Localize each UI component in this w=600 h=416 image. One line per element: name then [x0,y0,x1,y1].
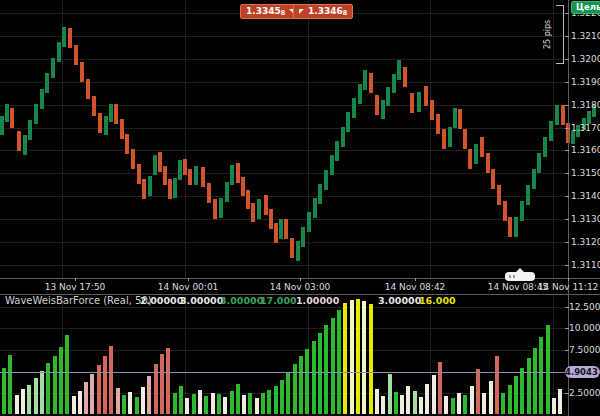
price-axis-label: 1.31203 [571,238,600,249]
histogram-bar [444,396,448,414]
pips-measure-bracket [556,5,564,64]
histogram-bar [280,380,284,414]
renko-brick-down [142,179,146,199]
histogram-bar [261,393,265,414]
renko-brick-up [194,166,198,186]
indicator-axis-label: 2.50000 [569,389,600,398]
renko-brick-down [241,177,245,196]
indicator-axis-label: 12.50000 [569,303,600,312]
sell-price-tag[interactable]: 1.33458 [240,4,300,19]
renko-brick-down [251,203,255,222]
renko-brick-up [40,89,44,109]
histogram-bar [223,397,227,414]
histogram-bar [501,393,505,415]
price-axis-label: 1.31903 [571,78,600,89]
histogram-bar [122,395,126,414]
price-axis-tick [565,128,569,129]
renko-brick-down [442,129,446,149]
indicator-pane[interactable] [0,294,600,416]
renko-brick-up [307,212,311,232]
histogram-bar [135,397,139,414]
renko-brick-down [188,169,192,185]
renko-brick-down [98,113,102,133]
renko-brick-up [178,160,182,180]
price-axis-label: 1.31403 [571,192,600,203]
indicator-status-value: 2.00000 [140,295,183,306]
renko-brick-up [417,92,421,112]
histogram-bar [236,384,240,414]
scrollbar-thumb[interactable] [505,272,535,281]
renko-brick-down [114,104,118,124]
histogram-bar [419,397,423,414]
price-axis-label: 1.31303 [571,215,600,226]
renko-brick-down [92,96,96,116]
renko-brick-up [335,141,339,161]
histogram-bar [343,303,347,414]
histogram-bar [514,376,518,414]
renko-brick-down [561,105,565,125]
histogram-bar [128,392,132,414]
renko-brick-down [201,167,205,187]
histogram-bar [318,333,322,414]
renko-brick-up [62,27,66,47]
histogram-bar [116,388,120,414]
histogram-bar [173,393,177,414]
histogram-bar [552,398,556,414]
histogram-bar [166,348,170,414]
histogram-bar [141,387,145,414]
renko-brick-down [264,195,268,215]
histogram-bar [375,389,379,414]
vertical-gridline [185,0,186,278]
renko-brick-up [537,153,541,173]
histogram-bar [40,371,44,414]
price-axis-tick [565,13,569,14]
histogram-bar [350,300,354,414]
buy-price-tag[interactable]: 1.33468 [293,4,353,19]
histogram-bar [248,393,252,415]
renko-brick-up [514,217,518,237]
histogram-bar [527,358,531,414]
time-axis-label: 14 Nov 08:42 [380,282,450,292]
renko-brick-up [555,105,559,125]
renko-brick-down [236,163,240,182]
horizontal-gridline [0,328,568,329]
target-tag[interactable]: Цель [571,1,600,14]
renko-brick-up [257,199,261,219]
renko-brick-down [207,183,211,203]
renko-brick-down [269,209,273,229]
renko-brick-down [183,159,187,175]
current-value-line [0,372,568,373]
renko-brick-up [225,182,229,202]
histogram-bar [362,301,366,414]
histogram-bar [59,347,63,414]
current-value-tag: 4.90431 [565,366,600,378]
renko-brick-down [508,217,512,237]
price-axis-tick [565,59,569,60]
price-axis-label: 1.32103 [571,32,600,43]
scrollbar-grip-dot [509,275,511,278]
renko-brick-up [301,227,305,247]
renko-brick-down [86,79,90,99]
renko-brick-up [324,170,328,190]
histogram-bar [533,348,537,414]
renko-brick-up [318,184,322,204]
price-chart-pane[interactable] [0,0,600,278]
pips-measure-label: 25 pips [543,11,553,57]
histogram-bar [432,375,436,414]
price-axis-label: 1.31803 [571,101,600,112]
horizontal-gridline [0,196,568,197]
renko-brick-down [375,95,379,115]
renko-brick-up [358,84,362,104]
histogram-bar [34,378,38,414]
renko-brick-down [497,185,501,205]
histogram-bar [27,385,31,414]
histogram-bar [179,386,183,414]
renko-brick-up [397,60,401,79]
histogram-bar [438,362,442,414]
renko-brick-down [463,129,467,149]
histogram-bar [305,349,309,414]
renko-brick-down [486,153,490,173]
renko-brick-up [386,87,390,106]
histogram-bar [211,393,215,414]
renko-brick-up [543,137,547,157]
